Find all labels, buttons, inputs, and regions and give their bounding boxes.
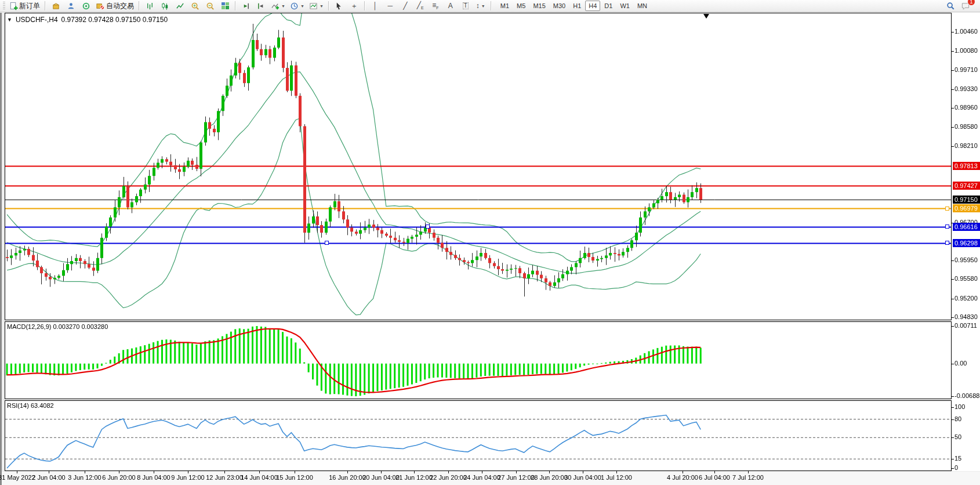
cursor-button[interactable] (332, 0, 346, 12)
candlestick-chart-button[interactable] (158, 0, 172, 12)
chart-title: ▼ USDCHF-,H4 0.97392 0.97428 0.97150 0.9… (7, 16, 168, 24)
time-axis-label: 8 Jun 04:00 (137, 474, 170, 481)
time-axis-label: 21 Jun 12:00 (395, 474, 433, 481)
zoom-out-button[interactable] (203, 0, 217, 12)
separator (364, 1, 365, 10)
terminal-window: 新订单 自动交易 (0, 0, 980, 485)
market-watch-button[interactable] (49, 0, 63, 12)
hline-tool-button[interactable]: ─ (383, 0, 397, 12)
time-axis-label: 16 Jun 20:00 (329, 474, 366, 481)
rsi-axis-tick: 0 (954, 464, 958, 471)
autoscroll-button[interactable] (239, 0, 253, 12)
time-axis-label: 12 Jun 23:00 (206, 474, 243, 481)
templates-button[interactable]: ▼ (307, 0, 325, 12)
bar-chart-icon (146, 2, 154, 10)
tile-windows-button[interactable] (218, 0, 232, 12)
price-axis-tick: 0.98580 (954, 123, 978, 130)
indicators-button[interactable]: ▼ (269, 0, 287, 12)
timeframe-button-M5[interactable]: M5 (513, 1, 529, 11)
chart-shift-marker[interactable] (703, 14, 709, 19)
toolbar-grip[interactable] (3, 2, 5, 10)
market-watch-icon (52, 2, 60, 10)
timeframe-button-MN[interactable]: MN (634, 1, 651, 11)
autoscroll-icon (242, 2, 251, 10)
chart-shift-button[interactable] (254, 0, 268, 12)
new-order-icon (9, 2, 18, 10)
ohlc-expand-icon[interactable]: ▼ (7, 17, 12, 23)
macd-axis-tick: 0.00711 (954, 322, 977, 329)
autotrading-button[interactable]: 自动交易 (94, 0, 136, 12)
crosshair-icon: ＋ (351, 2, 358, 9)
line-chart-button[interactable] (173, 0, 187, 12)
hline-handle[interactable] (426, 225, 430, 229)
arrows-tool-button[interactable]: ↕▼ (474, 0, 488, 12)
macd-axis-tick: -0.006888 (954, 392, 980, 399)
data-window-button[interactable] (64, 0, 78, 12)
price-axis-tick: 0.99330 (954, 85, 978, 92)
chart-canvas[interactable] (0, 0, 980, 485)
bar-chart-button[interactable] (143, 0, 157, 12)
timeframe-button-W1[interactable]: W1 (616, 1, 633, 11)
new-order-button[interactable]: 新订单 (8, 0, 42, 12)
time-axis-label: 9 Jun 12:00 (171, 474, 205, 481)
price-badge: 0.97813 (953, 162, 980, 170)
time-axis-label: 22 Jun 20:00 (430, 474, 467, 481)
periods-button[interactable]: ▼ (288, 0, 306, 12)
navigator-button[interactable] (79, 0, 93, 12)
separator (491, 1, 492, 10)
rsi-axis-tick: 15 (954, 455, 961, 462)
autotrading-label: 自动交易 (106, 1, 134, 11)
timeframe-button-H1[interactable]: H1 (569, 1, 585, 11)
time-axis-label: 6 Jul 04:00 (699, 474, 730, 481)
search-button[interactable] (943, 0, 957, 12)
arrows-icon: ↕ (476, 2, 480, 9)
fibonacci-tool-button[interactable]: ≡F (429, 0, 442, 12)
timeframe-button-M15[interactable]: M15 (529, 1, 549, 11)
separator (328, 1, 329, 10)
time-axis-label: 24 Jun 04:00 (463, 474, 500, 481)
zoom-out-icon (206, 2, 215, 10)
timeframe-button-H4[interactable]: H4 (585, 1, 600, 11)
zoom-in-icon (191, 2, 199, 10)
time-axis-label: 28 Jun 20:00 (531, 474, 568, 481)
timeframe-button-M1[interactable]: M1 (497, 1, 513, 11)
notifications-button[interactable]: 1 (959, 0, 972, 12)
periods-icon (290, 2, 299, 10)
chevron-down-icon: ▼ (300, 4, 304, 8)
vline-tool-button[interactable]: │ (368, 0, 382, 12)
macd-axis-tick: 0.00 (954, 360, 967, 367)
fibonacci-icon: ≡F (432, 2, 438, 10)
price-badge: 0.96979 (953, 204, 980, 212)
price-axis-tick: 0.94830 (954, 313, 978, 320)
time-axis-label: 2 Jun 04:00 (32, 474, 66, 481)
chart-shift-icon (257, 2, 266, 10)
candlestick-chart-icon (161, 2, 169, 10)
price-axis-tick: 0.95950 (954, 256, 978, 263)
text-label-tool-button[interactable]: T (459, 0, 473, 12)
text-icon: A (448, 2, 453, 9)
timeframe-button-M30[interactable]: M30 (550, 1, 569, 11)
trendline-icon: ╱ (403, 2, 407, 9)
price-badge: 0.96616 (953, 223, 980, 231)
time-axis-label: 27 Jun 12:00 (498, 474, 535, 481)
hline-handle[interactable] (945, 241, 949, 245)
data-window-icon (67, 2, 75, 10)
hline-handle[interactable] (325, 241, 329, 245)
time-axis-label: 15 Jun 12:00 (276, 474, 313, 481)
price-badge: 0.96298 (953, 239, 980, 247)
channel-tool-button[interactable]: ╱E (413, 0, 427, 12)
crosshair-button[interactable]: ＋ (347, 0, 361, 12)
time-axis-label: 4 Jul 20:00 (667, 474, 698, 481)
cursor-icon (335, 2, 343, 10)
hline-handle[interactable] (945, 225, 949, 229)
price-axis-tick: 0.95200 (954, 295, 978, 302)
timeframe-button-D1[interactable]: D1 (601, 1, 616, 11)
zoom-in-button[interactable] (188, 0, 202, 12)
hline-icon: ─ (388, 2, 393, 9)
trendline-tool-button[interactable]: ╱ (398, 0, 412, 12)
channel-icon: ╱E (417, 2, 424, 10)
hline-handle[interactable] (945, 207, 949, 211)
text-tool-button[interactable]: A (444, 0, 458, 12)
time-axis-label: 31 May 2022 (0, 474, 35, 481)
quotes-label: 0.97392 0.97428 0.97150 0.97150 (61, 16, 168, 24)
